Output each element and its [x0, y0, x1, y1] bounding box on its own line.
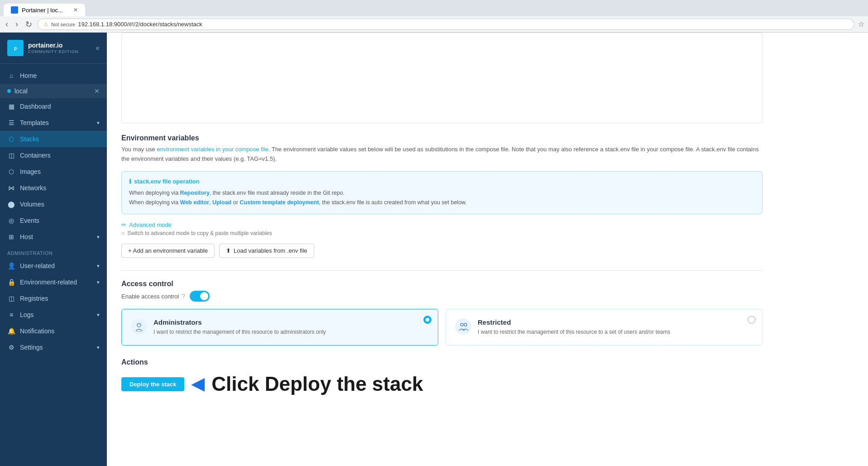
settings-label: Settings [20, 344, 43, 351]
sidebar-item-volumes[interactable]: ⬤ Volumes [0, 196, 107, 212]
host-icon: ⊞ [7, 233, 15, 240]
sidebar-item-settings[interactable]: ⚙ Settings ▾ [0, 339, 107, 356]
code-editor[interactable] [121, 33, 762, 123]
edition-label: COMMUNITY EDITION [28, 49, 78, 54]
sidebar-item-dashboard[interactable]: ▦ Dashboard [0, 98, 107, 115]
settings-arrow: ▾ [97, 345, 100, 351]
deploy-row: Deploy the stack ◀ Click Deploy the stac… [121, 373, 762, 395]
bookmark-btn[interactable]: ☆ [858, 20, 864, 29]
info-box-body: When deploying via Repository, the stack… [129, 188, 755, 208]
help-icon[interactable]: ? [182, 293, 185, 300]
forward-btn[interactable]: › [14, 18, 20, 31]
images-icon: ⬡ [7, 168, 15, 175]
sidebar-local-env[interactable]: local ✕ [0, 84, 107, 98]
sidebar-item-events[interactable]: ◎ Events [0, 212, 107, 229]
user-icon: 👤 [7, 262, 15, 269]
stacks-label: Stacks [20, 135, 39, 143]
close-tab-btn[interactable]: ✕ [73, 7, 78, 13]
registries-icon: ◫ [7, 295, 15, 302]
volumes-icon: ⬤ [7, 201, 15, 208]
sidebar-item-networks[interactable]: ⋈ Networks [0, 180, 107, 196]
env-section-title: Environment variables [121, 134, 762, 142]
reload-btn[interactable]: ↻ [24, 18, 34, 31]
events-icon: ◎ [7, 217, 15, 224]
click-deploy-text: Click Deploy the stack [211, 373, 423, 395]
security-icon: ⚠ [43, 21, 48, 28]
hint-icon: ○ [121, 230, 125, 236]
svg-point-7 [464, 323, 467, 326]
access-cards-grid: Administrators I want to restrict the ma… [121, 309, 762, 346]
env-link[interactable]: environment variables in your compose fi… [157, 146, 268, 153]
actions-title: Actions [121, 358, 762, 366]
images-label: Images [20, 168, 41, 175]
advanced-mode-hint: ○ Switch to advanced mode to copy & past… [121, 230, 762, 236]
templates-arrow: ▾ [97, 120, 100, 126]
containers-label: Containers [20, 152, 51, 159]
address-text: 192.168.1.18:9000/#!/2/docker/stacks/new… [78, 21, 849, 28]
sidebar-item-home[interactable]: ⌂ Home [0, 67, 107, 84]
local-env-label: local [14, 87, 28, 95]
info-icon: ℹ [129, 178, 131, 185]
env-btn-group: + Add an environment variable ⬆ Load var… [121, 244, 762, 258]
logo-icon: p [7, 40, 24, 56]
sidebar-item-host[interactable]: ⊞ Host ▾ [0, 229, 107, 245]
browser-chrome: Portainer | loc... ✕ ‹ › ↻ ⚠ Not secure … [0, 0, 868, 33]
sidebar-item-logs[interactable]: ≡ Logs ▾ [0, 307, 107, 323]
logo-text: portainer.io COMMUNITY EDITION [28, 42, 78, 54]
logs-label: Logs [20, 311, 34, 318]
sidebar: p portainer.io COMMUNITY EDITION « ⌂ Hom… [0, 33, 107, 466]
arrow-indicator: ◀ [192, 375, 204, 394]
sidebar-item-env-related[interactable]: 🔒 Environment-related ▾ [0, 274, 107, 290]
info-line-2: When deploying via Web editor, Upload or… [129, 198, 755, 207]
back-btn[interactable]: ‹ [4, 18, 10, 31]
admin-card-content: Administrators I want to restrict the ma… [153, 318, 429, 336]
svg-point-6 [460, 323, 463, 326]
admin-section-label: Administration [0, 245, 107, 258]
sidebar-item-images[interactable]: ⬡ Images [0, 163, 107, 180]
load-vars-btn[interactable]: ⬆ Load variables from .env file [219, 244, 314, 258]
sidebar-item-templates[interactable]: ☰ Templates ▾ [0, 115, 107, 131]
tab-title: Portainer | loc... [22, 7, 63, 14]
env-close-btn[interactable]: ✕ [94, 87, 100, 95]
address-bar[interactable]: ⚠ Not secure 192.168.1.18:9000/#!/2/dock… [38, 19, 854, 30]
registries-label: Registries [20, 295, 48, 302]
sidebar-item-registries[interactable]: ◫ Registries [0, 290, 107, 307]
sidebar-item-stacks[interactable]: ⬡ Stacks [0, 131, 107, 147]
deploy-stack-btn[interactable]: Deploy the stack [121, 377, 184, 391]
env-section-desc: You may use environment variables in you… [121, 145, 762, 164]
networks-label: Networks [20, 184, 46, 192]
admin-radio[interactable] [423, 316, 432, 324]
svg-text:p: p [14, 46, 17, 51]
containers-icon: ◫ [7, 152, 15, 159]
add-env-var-btn[interactable]: + Add an environment variable [121, 244, 215, 258]
tab-favicon [11, 6, 18, 14]
advanced-mode-link[interactable]: ✏ Advanced mode [121, 221, 762, 228]
main-content: Environment variables You may use enviro… [107, 33, 868, 466]
sidebar-logo: p portainer.io COMMUNITY EDITION « [0, 33, 107, 64]
access-control-toggle[interactable] [190, 291, 210, 302]
stackenv-info-box: ℹ stack.env file operation When deployin… [121, 171, 762, 215]
sidebar-nav: ⌂ Home local ✕ ▦ Dashboard ☰ Templates ▾… [0, 64, 107, 466]
dashboard-label: Dashboard [20, 103, 51, 110]
restricted-access-card[interactable]: Restricted I want to restrict the manage… [446, 309, 762, 346]
templates-icon: ☰ [7, 119, 15, 126]
restricted-radio[interactable] [748, 316, 756, 324]
sidebar-item-user-related[interactable]: 👤 User-related ▾ [0, 258, 107, 274]
admin-card-title: Administrators [153, 318, 429, 326]
notifications-icon: 🔔 [7, 327, 15, 335]
env-variables-section: Environment variables You may use enviro… [121, 134, 762, 258]
networks-icon: ⋈ [7, 184, 15, 192]
access-control-header: Enable access control ? [121, 291, 762, 302]
restricted-card-title: Restricted [478, 318, 753, 326]
notifications-label: Notifications [20, 327, 54, 335]
browser-tab[interactable]: Portainer | loc... ✕ [4, 4, 85, 16]
access-control-title: Access control [121, 280, 762, 288]
sidebar-item-notifications[interactable]: 🔔 Notifications [0, 323, 107, 339]
admin-access-card[interactable]: Administrators I want to restrict the ma… [121, 309, 438, 346]
browser-toolbar: ‹ › ↻ ⚠ Not secure 192.168.1.18:9000/#!/… [0, 16, 868, 33]
not-secure-label: Not secure [51, 22, 75, 27]
volumes-label: Volumes [20, 201, 44, 208]
sidebar-item-containers[interactable]: ◫ Containers [0, 147, 107, 163]
admin-card-desc: I want to restrict the management of thi… [153, 328, 429, 336]
sidebar-collapse-btn[interactable]: « [96, 44, 100, 52]
